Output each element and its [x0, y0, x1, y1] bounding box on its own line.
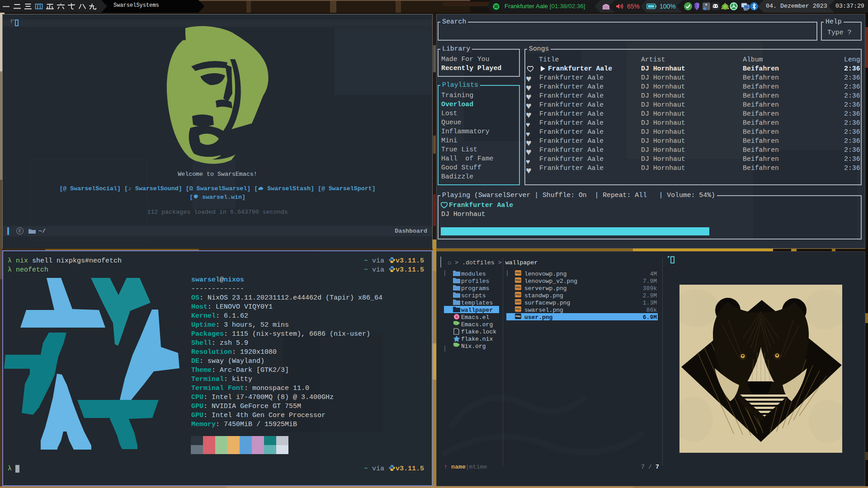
svg-text:PNG: PNG [515, 315, 521, 318]
svg-text:PNG: PNG [515, 308, 521, 310]
svg-text:PNG: PNG [515, 293, 521, 296]
svg-text:PNG: PNG [515, 272, 521, 274]
svg-text:PNG: PNG [515, 286, 521, 289]
svg-text:PNG: PNG [515, 300, 521, 303]
svg-text:PNG: PNG [515, 279, 521, 282]
